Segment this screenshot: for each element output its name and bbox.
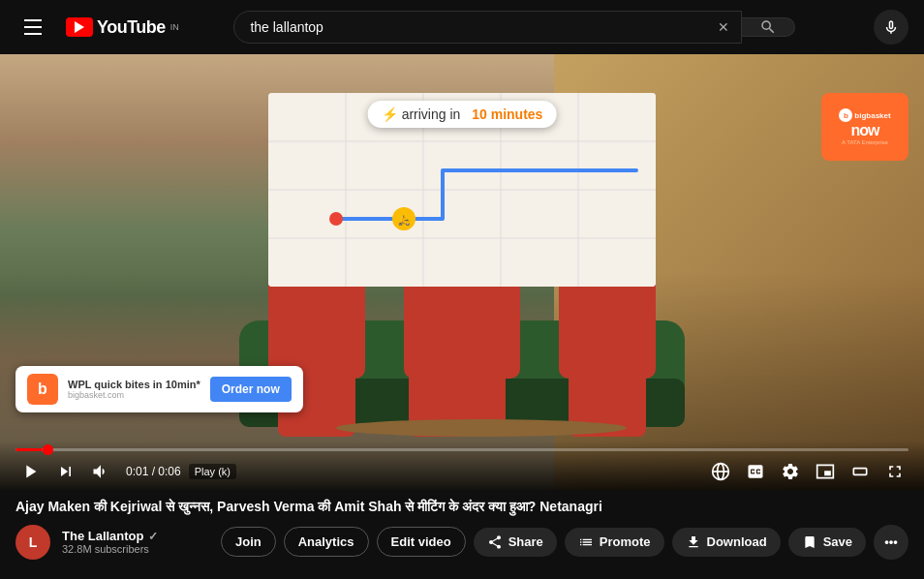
nav-left: YouTubeIN xyxy=(15,10,179,45)
avatar-initial: L xyxy=(29,534,38,550)
download-label: Download xyxy=(707,534,767,549)
sphere-button[interactable] xyxy=(707,458,734,485)
settings-button[interactable] xyxy=(777,458,804,485)
ad-title: WPL quick bites in 10min* xyxy=(68,379,200,390)
youtube-logo[interactable]: YouTubeIN xyxy=(66,17,179,38)
theater-icon xyxy=(850,462,870,481)
top-navigation: YouTubeIN ✕ xyxy=(0,0,924,54)
hamburger-icon xyxy=(24,19,42,35)
channel-info: The Lallantop ✓ 32.8M subscribers xyxy=(62,529,209,555)
skip-next-icon xyxy=(56,462,76,481)
video-info: Ajay Maken की Kejriwal से खुन्नस, Parves… xyxy=(0,490,924,560)
lightning-icon: ⚡ xyxy=(382,107,398,122)
miniplayer-icon xyxy=(816,462,835,481)
promote-label: Promote xyxy=(600,534,651,549)
save-icon xyxy=(802,534,817,550)
bigbasket-top-ad: b bigbasket now A TATA Enterprise xyxy=(821,93,909,161)
ad-text-block: WPL quick bites in 10min* bigbasket.com xyxy=(68,379,200,400)
share-button[interactable]: Share xyxy=(474,528,557,557)
channel-avatar[interactable]: L xyxy=(15,525,50,560)
promote-button[interactable]: Promote xyxy=(565,528,664,557)
nav-right xyxy=(850,10,909,45)
map-overlay: 🛵 ⚡ arriving in 10 minutes xyxy=(268,93,656,287)
join-button[interactable]: Join xyxy=(221,527,276,557)
youtube-wordmark: YouTube xyxy=(97,17,166,38)
bb-tagline: A TATA Enterprise xyxy=(842,139,888,145)
captions-icon xyxy=(746,462,765,481)
next-button[interactable] xyxy=(52,458,79,485)
search-bar: ✕ xyxy=(233,11,795,44)
bb-brand-name: bigbasket xyxy=(854,111,890,120)
sphere-icon xyxy=(711,462,730,481)
bb-logo-row: b bigbasket xyxy=(839,108,890,122)
video-controls: 0:01 / 0:06 Play (k) xyxy=(0,441,924,490)
theater-button[interactable] xyxy=(847,458,874,485)
analytics-button[interactable]: Analytics xyxy=(284,527,369,557)
miniplayer-button[interactable] xyxy=(812,458,839,485)
volume-icon xyxy=(91,462,110,481)
channel-actions: Join Analytics Edit video Share Promote … xyxy=(221,525,909,560)
more-dots: ••• xyxy=(884,534,898,549)
coffee-table xyxy=(336,419,627,437)
hamburger-menu-button[interactable] xyxy=(15,10,50,45)
arriving-text: arriving in xyxy=(402,107,461,122)
bb-overlay-icon: b xyxy=(27,374,58,405)
fullscreen-icon xyxy=(885,462,905,481)
subscribers-count: 32.8M subscribers xyxy=(62,543,209,555)
search-input[interactable] xyxy=(234,12,718,43)
youtube-region: IN xyxy=(170,22,179,32)
bottom-ad-overlay: b WPL quick bites in 10min* bigbasket.co… xyxy=(15,366,303,412)
download-icon xyxy=(686,534,701,550)
share-label: Share xyxy=(508,534,543,549)
controls-row: 0:01 / 0:06 Play (k) xyxy=(15,457,909,486)
channel-row: L The Lallantop ✓ 32.8M subscribers Join… xyxy=(15,525,909,560)
verified-icon: ✓ xyxy=(148,530,158,543)
fullscreen-button[interactable] xyxy=(881,458,909,485)
time-display: 0:01 / 0:06 xyxy=(126,465,181,478)
order-now-button[interactable]: Order now xyxy=(210,377,292,402)
play-label: Play (k) xyxy=(189,464,236,479)
progress-fill xyxy=(15,448,43,451)
play-icon xyxy=(19,461,41,482)
bb-circle-icon: b xyxy=(839,108,852,122)
more-options-button[interactable]: ••• xyxy=(874,525,909,560)
download-button[interactable]: Download xyxy=(672,528,781,557)
search-input-wrapper: ✕ xyxy=(233,11,742,44)
volume-button[interactable] xyxy=(87,458,114,485)
progress-dot xyxy=(43,444,53,455)
channel-name-text: The Lallantop xyxy=(62,529,144,543)
video-title: Ajay Maken की Kejriwal से खुन्नस, Parves… xyxy=(15,498,909,517)
svg-text:🛵: 🛵 xyxy=(398,214,411,227)
bb-now-text: now xyxy=(851,122,879,139)
search-submit-button[interactable] xyxy=(742,17,795,37)
video-container: 🛵 ⚡ arriving in 10 minutes b bigbasket n… xyxy=(0,54,924,490)
progress-bar[interactable] xyxy=(15,448,909,451)
edit-video-button[interactable]: Edit video xyxy=(377,527,466,557)
svg-point-7 xyxy=(329,212,343,226)
search-icon xyxy=(759,18,777,36)
microphone-icon xyxy=(882,18,900,36)
play-button[interactable] xyxy=(15,457,45,486)
save-button[interactable]: Save xyxy=(788,528,866,557)
channel-name-row: The Lallantop ✓ xyxy=(62,529,209,543)
promote-icon xyxy=(578,534,594,550)
microphone-button[interactable] xyxy=(874,10,909,45)
save-label: Save xyxy=(823,534,852,549)
captions-button[interactable] xyxy=(742,458,769,485)
clear-search-button[interactable]: ✕ xyxy=(718,12,741,43)
share-icon xyxy=(487,534,503,550)
arriving-badge: ⚡ arriving in 10 minutes xyxy=(368,101,557,128)
ad-domain: bigbasket.com xyxy=(68,390,200,400)
youtube-play-icon xyxy=(66,17,93,37)
controls-right xyxy=(707,458,909,485)
arriving-minutes: 10 minutes xyxy=(472,107,542,122)
settings-icon xyxy=(781,462,800,481)
